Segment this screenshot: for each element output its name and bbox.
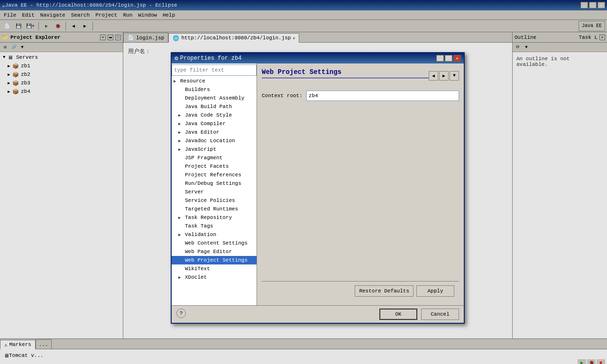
nav-builders[interactable]: Builders xyxy=(172,85,257,94)
deployment-label: Deployment Assembly xyxy=(185,95,244,101)
section-title: Web Project Settings xyxy=(262,68,429,78)
java-editor-label: Java Editor xyxy=(185,129,220,135)
java-editor-expand: ▶ xyxy=(178,130,185,135)
resource-label: Resource xyxy=(180,78,205,84)
xdoclet-expand: ▶ xyxy=(178,275,185,280)
facets-label: Project Facets xyxy=(185,164,229,169)
dialog-title-bar: ⚙ Properties for zb4 _ □ ✕ xyxy=(172,53,464,64)
xdoclet-label: XDoclet xyxy=(185,274,207,280)
nav-targeted-runtimes[interactable]: Targeted Runtimes xyxy=(172,205,257,213)
nav-java-code[interactable]: ▶ Java Code Style xyxy=(172,111,257,119)
dialog-right-header: Web Project Settings ◀ ▶ ▼ xyxy=(262,68,459,83)
task-tags-label: Task Tags xyxy=(185,223,213,229)
nav-xdoclet[interactable]: ▶ XDoclet xyxy=(172,273,257,282)
restore-defaults-button[interactable]: Restore Defaults xyxy=(355,285,414,297)
dialog-right-panel: Web Project Settings ◀ ▶ ▼ Context root: xyxy=(257,64,464,305)
runtimes-label: Targeted Runtimes xyxy=(185,206,238,212)
java-code-label: Java Code Style xyxy=(185,112,232,118)
nav-web-project[interactable]: Web Project Settings xyxy=(172,256,257,264)
dialog-maximize[interactable]: □ xyxy=(445,55,452,62)
nav-javascript[interactable]: ▶ JavaScript xyxy=(172,145,257,154)
resource-expand: ▶ xyxy=(174,79,180,84)
dialog-nav: ▶ Resource Builders Deployment Assembly … xyxy=(172,64,257,305)
nav-wikitext[interactable]: WikiText xyxy=(172,264,257,273)
section-back-button[interactable]: ◀ xyxy=(429,71,438,81)
java-build-label: Java Build Path xyxy=(185,104,232,109)
wikitext-label: WikiText xyxy=(185,266,210,272)
properties-dialog: ⚙ Properties for zb4 _ □ ✕ ▶ Resource Bu… xyxy=(171,52,465,324)
javascript-label: JavaScript xyxy=(185,146,216,152)
dialog-content: ▶ Resource Builders Deployment Assembly … xyxy=(172,64,464,305)
nav-project-refs[interactable]: Project References xyxy=(172,171,257,179)
javadoc-expand: ▶ xyxy=(178,138,185,144)
nav-service-policies[interactable]: Service Policies xyxy=(172,196,257,205)
validation-label: Validation xyxy=(185,232,216,237)
nav-run-debug[interactable]: Run/Debug Settings xyxy=(172,179,257,188)
cancel-button[interactable]: Cancel xyxy=(421,309,459,320)
nav-project-facets[interactable]: Project Facets xyxy=(172,162,257,171)
nav-java-build[interactable]: Java Build Path xyxy=(172,102,257,111)
nav-javadoc[interactable]: ▶ Javadoc Location xyxy=(172,136,257,145)
nav-java-compiler[interactable]: ▶ Java Compiler xyxy=(172,119,257,128)
web-page-label: Web Page Editor xyxy=(185,249,232,255)
apply-button[interactable]: Apply xyxy=(416,285,454,297)
help-button[interactable]: ? xyxy=(176,309,186,318)
builders-label: Builders xyxy=(185,87,210,92)
dialog-action-buttons: Restore Defaults Apply xyxy=(355,285,454,297)
dialog-window-controls: _ □ ✕ xyxy=(436,55,461,62)
nav-task-tags[interactable]: Task Tags xyxy=(172,222,257,230)
jsp-label: JSP Fragment xyxy=(185,155,222,161)
right-panel-spacer xyxy=(262,101,459,281)
dialog-minimize[interactable]: _ xyxy=(436,55,444,62)
dialog-footer: ? OK Cancel xyxy=(172,305,464,323)
nav-task-repository[interactable]: ▶ Task Repository xyxy=(172,213,257,222)
dialog-title-text: Properties for zb4 xyxy=(180,55,434,62)
task-repo-label: Task Repository xyxy=(185,215,232,220)
task-repo-expand: ▶ xyxy=(178,215,185,220)
service-label: Service Policies xyxy=(185,198,235,203)
javadoc-label: Javadoc Location xyxy=(185,138,235,144)
web-project-label: Web Project Settings xyxy=(185,257,248,263)
java-compiler-label: Java Compiler xyxy=(185,121,226,127)
refs-label: Project References xyxy=(185,172,241,178)
ok-button[interactable]: OK xyxy=(379,309,417,320)
dialog-icon: ⚙ xyxy=(175,55,178,62)
nav-server[interactable]: Server xyxy=(172,188,257,196)
java-compiler-expand: ▶ xyxy=(178,121,185,127)
javascript-expand: ▶ xyxy=(178,147,185,152)
nav-deployment[interactable]: Deployment Assembly xyxy=(172,94,257,102)
context-root-row: Context root: xyxy=(262,91,459,101)
run-debug-label: Run/Debug Settings xyxy=(185,181,241,186)
nav-resource[interactable]: ▶ Resource xyxy=(172,77,257,85)
web-content-label: Web Content Settings xyxy=(185,240,248,246)
nav-jsp-fragment[interactable]: JSP Fragment xyxy=(172,154,257,162)
java-code-expand: ▶ xyxy=(178,113,185,118)
dialog-close[interactable]: ✕ xyxy=(453,55,461,62)
footer-spacer xyxy=(190,309,376,320)
modal-overlay: ⚙ Properties for zb4 _ □ ✕ ▶ Resource Bu… xyxy=(0,0,607,364)
context-root-label: Context root: xyxy=(262,93,303,99)
filter-input[interactable] xyxy=(172,64,257,76)
validation-expand: ▶ xyxy=(178,232,185,237)
context-root-input[interactable] xyxy=(306,91,459,101)
server-label: Server xyxy=(185,189,204,195)
dialog-action-area: Restore Defaults Apply xyxy=(262,281,459,300)
section-dropdown-button[interactable]: ▼ xyxy=(450,71,459,81)
nav-web-content[interactable]: Web Content Settings xyxy=(172,239,257,247)
section-nav-buttons: ◀ ▶ ▼ xyxy=(429,71,459,81)
nav-java-editor[interactable]: ▶ Java Editor xyxy=(172,128,257,136)
nav-web-page[interactable]: Web Page Editor xyxy=(172,247,257,256)
section-forward-button[interactable]: ▶ xyxy=(439,71,449,81)
nav-validation[interactable]: ▶ Validation xyxy=(172,230,257,239)
